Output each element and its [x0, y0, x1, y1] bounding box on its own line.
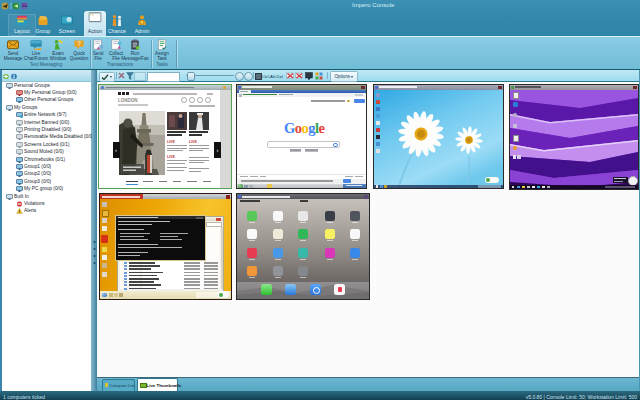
- svg-text:?: ?: [77, 40, 81, 47]
